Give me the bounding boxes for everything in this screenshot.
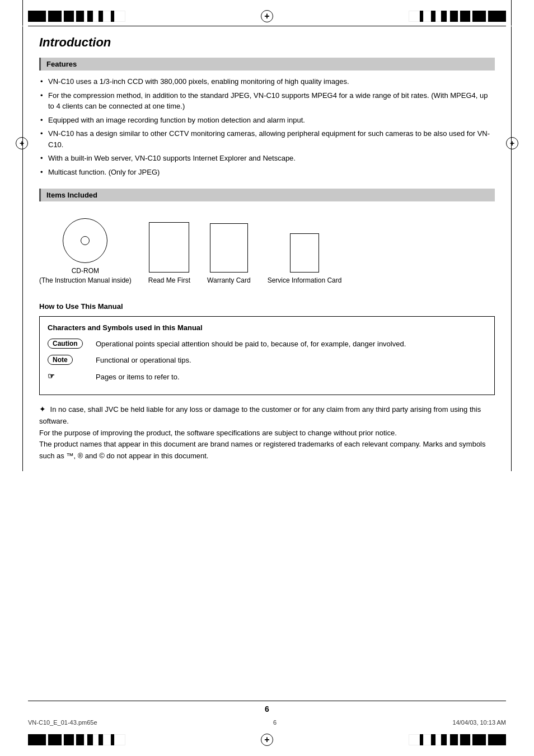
caution-badge-container: Caution — [48, 339, 87, 349]
page: + + — [0, 0, 534, 756]
how-to-use-heading: How to Use This Manual — [39, 302, 495, 311]
items-included-heading: Items Included — [39, 189, 495, 201]
caution-desc: Operational points special attention sho… — [96, 339, 486, 350]
ref-symbol-container: ☞ — [48, 372, 87, 381]
cdrom-label: CD-ROM (The Instruction Manual inside) — [39, 266, 132, 285]
items-row: CD-ROM (The Instruction Manual inside) R… — [39, 207, 495, 291]
pattern-seg-9 — [87, 11, 93, 22]
caution-badge: Caution — [48, 339, 83, 349]
pattern-seg-3 — [48, 11, 62, 22]
feature-item-3: Equipped with an image recording functio… — [39, 115, 495, 126]
ref-row: ☞ Pages or items to refer to. — [48, 372, 486, 383]
warranty-card-item: Warranty Card — [207, 223, 251, 285]
feature-item-4: VN-C10 has a design similar to other CCT… — [39, 128, 495, 150]
page-number-area: 6 — [28, 701, 506, 717]
pattern-seg-7 — [76, 11, 84, 22]
pattern-seg-10 — [93, 11, 99, 22]
service-info-label: Service Information Card — [268, 276, 342, 285]
items-included-section: Items Included CD-ROM (The Instruction M… — [39, 189, 495, 291]
bottom-center-reg: + — [125, 734, 409, 746]
rpattern-seg-10 — [460, 11, 470, 22]
center-reg-mark: + — [125, 10, 409, 22]
feature-item-1: VN-C10 uses a 1/3-inch CCD with 380,000 … — [39, 76, 495, 87]
pattern-seg-12 — [103, 11, 111, 22]
rpattern-seg-5 — [435, 11, 441, 22]
right-side-rule — [511, 26, 512, 471]
feature-item-2: For the compression method, in addition … — [39, 90, 495, 112]
footer-center: 6 — [273, 719, 277, 726]
bottom-area: 6 VN-C10_E_01-43.pm65e 6 14/04/03, 10:13… — [0, 701, 534, 756]
rpattern-seg-6 — [441, 11, 447, 22]
cross-symbol: ✦ — [39, 405, 46, 414]
rpattern-seg-12 — [472, 11, 486, 22]
note-row: Note Functional or operational tips. — [48, 355, 486, 366]
cdrom-item: CD-ROM (The Instruction Manual inside) — [39, 218, 132, 285]
rpattern-seg-8 — [450, 11, 458, 22]
note-badge: Note — [48, 355, 73, 365]
footer-info: VN-C10_E_01-43.pm65e 6 14/04/03, 10:13 A… — [0, 717, 534, 730]
left-side-rule — [22, 26, 23, 471]
footer-right: 14/04/03, 10:13 AM — [453, 719, 506, 726]
ref-desc: Pages or items to refer to. — [96, 372, 486, 383]
page-number: 6 — [265, 705, 269, 713]
pattern-seg-5 — [64, 11, 74, 22]
pattern-seg-14 — [114, 11, 125, 22]
feature-item-6: Multicast function. (Only for JPEG) — [39, 167, 495, 178]
read-me-first-item: Read Me First — [148, 222, 190, 285]
rpattern-seg-14 — [488, 11, 506, 22]
read-me-first-icon — [149, 222, 189, 273]
ref-symbol-icon: ☞ — [48, 372, 55, 381]
rpattern-seg-1 — [409, 11, 420, 22]
rpattern-seg-4 — [431, 11, 435, 22]
footer-left: VN-C10_E_01-43.pm65e — [28, 719, 97, 726]
note-badge-container: Note — [48, 355, 87, 365]
service-info-icon — [290, 233, 319, 273]
bottom-left-pattern — [28, 734, 125, 745]
bottom-right-pattern — [409, 734, 506, 745]
left-reg-circle: + — [16, 137, 28, 149]
cdrom-icon — [63, 218, 107, 263]
top-left-pattern — [28, 11, 125, 22]
pattern-seg-1 — [28, 11, 46, 22]
how-to-use-section: How to Use This Manual Characters and Sy… — [39, 302, 495, 462]
pattern-seg-11 — [99, 11, 103, 22]
service-info-item: Service Information Card — [268, 233, 342, 285]
chars-box: Characters and Symbols used in this Manu… — [39, 316, 495, 396]
features-heading: Features — [39, 58, 495, 71]
right-reg-circle: + — [506, 137, 518, 149]
footer-note: ✦ In no case, shall JVC be held liable f… — [39, 403, 495, 462]
rpattern-seg-3 — [423, 11, 431, 22]
bottom-pattern-area: + — [0, 730, 534, 756]
footer-note-p1: ✦ In no case, shall JVC be held liable f… — [39, 403, 495, 462]
warranty-card-label: Warranty Card — [207, 276, 251, 285]
page-title: Introduction — [39, 35, 495, 50]
cdrom-inner-circle — [81, 236, 90, 245]
feature-item-5: With a built-in Web server, VN-C10 suppo… — [39, 153, 495, 164]
top-right-pattern — [409, 11, 506, 22]
note-desc: Functional or operational tips. — [96, 355, 486, 366]
caution-row: Caution Operational points special atten… — [48, 339, 486, 350]
warranty-card-icon — [210, 223, 248, 273]
read-me-first-label: Read Me First — [148, 276, 190, 285]
chars-box-title: Characters and Symbols used in this Manu… — [48, 323, 486, 332]
features-list: VN-C10 uses a 1/3-inch CCD with 380,000 … — [39, 76, 495, 177]
